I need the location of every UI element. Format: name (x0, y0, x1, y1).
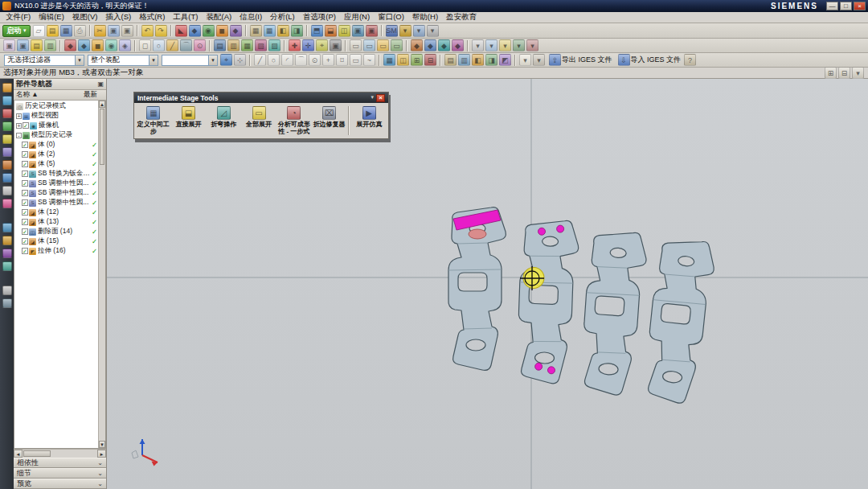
tree-node-体-0-[interactable]: ✓◪体 (0)✓ (14, 140, 98, 150)
tree-node-摄像机[interactable]: +✓◉摄像机 (14, 121, 98, 130)
import-iges-button[interactable]: ⇩ 导入 IGES 文件 (615, 54, 684, 66)
toolbar-icon[interactable]: ▭ (350, 39, 362, 51)
visibility-checkbox[interactable]: ✓ (22, 209, 28, 216)
graphics-viewport[interactable] (107, 79, 868, 489)
menu-item[interactable]: 视图(V) (68, 12, 102, 23)
scroll-right-icon[interactable]: ► (97, 450, 106, 458)
toolbar-icon[interactable]: ◆ (189, 25, 201, 37)
part-navigator-header[interactable]: 部件导航器 ▣ (14, 79, 106, 90)
toolbar-icon[interactable]: ▣ (330, 39, 342, 51)
resource-bar-icon[interactable] (2, 186, 12, 195)
tree-node-SB-调整中性因-[interactable]: ✓SSB 调整中性因...✓ (14, 188, 98, 198)
toolbar-icon[interactable]: ◻ (139, 39, 151, 51)
stage-button-直接展开[interactable]: ⬓直接展开 (171, 105, 207, 137)
visibility-checkbox[interactable]: ✓ (22, 190, 28, 196)
sheetmetal-part-4[interactable] (642, 237, 716, 405)
toolbar-icon[interactable]: ◆ (438, 39, 450, 51)
menu-item[interactable]: 格式(R) (135, 12, 169, 23)
resource-bar-icon[interactable] (2, 236, 12, 245)
menu-item[interactable]: 应用(N) (340, 12, 374, 23)
toolbar-icon[interactable]: ◉ (203, 25, 215, 37)
toolbar-icon[interactable]: ◧ (277, 25, 289, 37)
visibility-checkbox[interactable]: ✓ (22, 248, 28, 254)
resource-bar-icon[interactable] (2, 83, 12, 92)
toolbar-icon[interactable]: ⊙ (194, 39, 206, 51)
toolbar-icon[interactable]: ▥ (227, 39, 240, 51)
column-latest[interactable]: 最新 (84, 90, 104, 100)
toolbar-icon[interactable]: ~ (363, 54, 375, 66)
name-filter-combo[interactable]: ▾ (162, 55, 218, 66)
visibility-checkbox[interactable]: ✓ (22, 238, 28, 244)
toolbar-icon[interactable]: ▾ (499, 39, 511, 51)
resource-bar-icon[interactable] (2, 199, 12, 208)
tree-vertical-scrollbar[interactable]: ▲ ▼ (98, 101, 105, 448)
resource-bar-icon[interactable] (2, 96, 12, 105)
toolbar-icon[interactable]: ▦ (250, 25, 262, 37)
resource-bar-icon[interactable] (2, 160, 12, 170)
toolbar-icon[interactable]: ▣ (17, 39, 29, 51)
resource-bar-icon[interactable] (2, 147, 12, 157)
intermediate-stage-tools-palette[interactable]: Intermediate Stage Tools ▾ × ▦定义中间工步⬓直接展… (133, 92, 389, 139)
menu-item[interactable]: 帮助(H) (408, 12, 442, 23)
toolbar-icon[interactable]: ▣ (3, 39, 15, 51)
column-name[interactable]: 名称 ▲ (16, 90, 39, 100)
scroll-down-icon[interactable]: ▼ (99, 441, 105, 448)
toolbar-icon[interactable]: ↷ (155, 25, 167, 37)
export-iges-button[interactable]: ⇪ 导出 IGES 文件 (546, 54, 615, 66)
viewport-canvas[interactable] (107, 79, 868, 489)
toolbar-icon[interactable]: ▦ (241, 39, 253, 51)
toolbar-icon[interactable]: ▣ (352, 25, 364, 37)
pin-icon[interactable]: ▣ (97, 80, 104, 88)
menu-item[interactable]: 信息(I) (235, 12, 266, 23)
toolbar-icon[interactable]: ▥ (44, 39, 56, 51)
scroll-left-icon[interactable]: ◄ (14, 450, 23, 458)
menu-item[interactable]: 文件(F) (2, 12, 35, 23)
tree-node-SB-转换为钣金-7-[interactable]: ✓SSB 转换为钣金 (7)✓ (14, 169, 98, 179)
toolbar-icon[interactable]: ○ (268, 54, 280, 66)
toolbar-icon[interactable]: ▾ (485, 39, 497, 51)
tree-node-体-12-[interactable]: ✓◪体 (12)✓ (14, 208, 98, 217)
toolbar-icon[interactable]: ◉ (105, 39, 117, 51)
stage-button-展开仿真[interactable]: ▶展开仿真 (351, 105, 387, 137)
menu-item[interactable]: 分析(L) (266, 12, 299, 23)
toolbar-icon[interactable]: ⬓ (325, 25, 337, 37)
toolbar-icon[interactable]: ▤ (31, 39, 43, 51)
toolbar-icon[interactable]: ▨ (268, 39, 280, 51)
toolbar-icon[interactable]: ◆ (230, 25, 242, 37)
scroll-thumb[interactable] (23, 450, 51, 457)
window-layout-icon[interactable]: ⊟ (838, 67, 850, 79)
close-icon[interactable]: × (376, 94, 385, 102)
toolbar-icon[interactable]: ◆ (424, 39, 436, 51)
chevron-down-icon[interactable]: ▾ (371, 94, 374, 102)
toolbar-icon[interactable]: ▭ (363, 39, 375, 51)
toolbar-icon[interactable]: + (322, 54, 334, 66)
expander-icon[interactable]: - (16, 133, 22, 138)
toolbar-icon[interactable]: ⌒ (180, 39, 192, 51)
toolbar-icon[interactable]: ▾ (513, 39, 525, 51)
panel-bar-预览[interactable]: 预览⌄ (14, 479, 106, 489)
toolbar-icon[interactable]: ▾ (526, 39, 538, 51)
visibility-checkbox[interactable]: ✓ (23, 122, 29, 129)
tree-node-拉伸-16-[interactable]: ✓◩拉伸 (16)✓ (14, 246, 98, 256)
toolbar-icon[interactable]: ⊹ (234, 54, 246, 66)
toolbar-icon[interactable]: ▣ (121, 25, 133, 37)
scroll-thumb[interactable] (100, 109, 104, 165)
toolbar-icon[interactable]: ⎙ (74, 25, 86, 37)
toolbar-icon[interactable]: ▾ (427, 25, 439, 37)
toolbar-icon[interactable]: ⌖ (220, 54, 232, 66)
toolbar-icon[interactable]: ▾ (413, 25, 425, 37)
window-layout-icon[interactable]: ⊞ (825, 67, 837, 79)
toolbar-icon[interactable]: ◼ (92, 39, 104, 51)
toolbar-icon[interactable]: ╱ (166, 39, 178, 51)
menu-item[interactable]: 窗口(O) (374, 12, 408, 23)
help-icon[interactable]: ? (684, 54, 696, 66)
toolbar-icon[interactable]: ▾ (519, 54, 531, 66)
toolbar-icon[interactable]: ▭ (391, 39, 403, 51)
resource-bar-icon[interactable] (2, 173, 12, 183)
resource-bar-icon[interactable] (2, 121, 12, 131)
tree-horizontal-scrollbar[interactable]: ◄ ► (14, 449, 106, 458)
close-button[interactable]: × (854, 2, 866, 10)
visibility-checkbox[interactable]: ✓ (22, 161, 28, 167)
toolbar-icon[interactable]: ⌖ (316, 39, 328, 51)
resource-bar-icon[interactable] (2, 261, 12, 271)
